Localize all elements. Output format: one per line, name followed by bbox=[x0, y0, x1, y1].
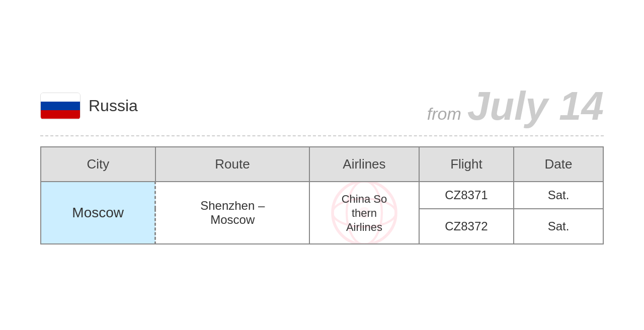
flag-stripe-white bbox=[41, 93, 80, 102]
col-header-route: Route bbox=[155, 147, 309, 182]
flight-date-2: Sat. bbox=[548, 219, 570, 233]
table-row: Moscow Shenzhen –Moscow China SothernAir… bbox=[41, 182, 603, 209]
cell-airlines: China SothernAirlines bbox=[309, 182, 419, 244]
col-header-airlines: Airlines bbox=[309, 147, 419, 182]
table-header-row: City Route Airlines Flight Date bbox=[41, 147, 603, 182]
col-header-city: City bbox=[41, 147, 155, 182]
flight-number-1: CZ8371 bbox=[445, 188, 488, 202]
flight-table: City Route Airlines Flight Date Moscow S… bbox=[40, 146, 604, 244]
russia-flag bbox=[40, 93, 80, 120]
cell-city: Moscow bbox=[41, 182, 155, 244]
flag-stripe-red bbox=[41, 110, 80, 119]
cell-date-1: Sat. bbox=[514, 182, 603, 209]
header-right: from July 14 bbox=[427, 86, 604, 126]
flight-number-2: CZ8372 bbox=[445, 219, 488, 233]
airlines-name: China SothernAirlines bbox=[342, 193, 387, 233]
header-divider bbox=[40, 135, 604, 136]
cell-flight-2: CZ8372 bbox=[419, 209, 514, 244]
header-date: July 14 bbox=[467, 86, 604, 126]
route-text: Shenzhen –Moscow bbox=[200, 199, 265, 226]
header-left: Russia bbox=[40, 93, 138, 120]
header: Russia from July 14 bbox=[40, 86, 604, 126]
flag-stripe-blue bbox=[41, 102, 80, 110]
city-name: Moscow bbox=[72, 205, 124, 220]
col-header-flight: Flight bbox=[419, 147, 514, 182]
col-header-date: Date bbox=[514, 147, 603, 182]
cell-flight-1: CZ8371 bbox=[419, 182, 514, 209]
from-label: from bbox=[427, 104, 461, 124]
flight-date-1: Sat. bbox=[548, 188, 570, 202]
country-name: Russia bbox=[89, 97, 138, 115]
cell-date-2: Sat. bbox=[514, 209, 603, 244]
page-container: Russia from July 14 City Route Airlines … bbox=[20, 71, 624, 260]
cell-route: Shenzhen –Moscow bbox=[155, 182, 309, 244]
